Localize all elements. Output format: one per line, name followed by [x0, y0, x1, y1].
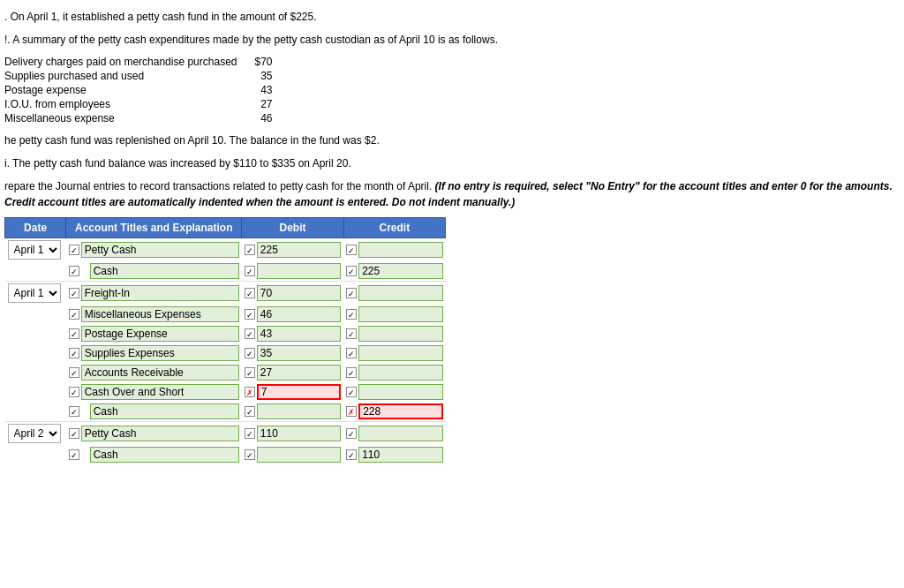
check-icon[interactable] [346, 245, 357, 255]
expense-amount: 35 [254, 69, 272, 83]
check-icon[interactable] [245, 406, 255, 417]
check-icon[interactable] [245, 348, 255, 358]
check-icon[interactable] [69, 309, 79, 320]
debit-cell [242, 422, 343, 446]
account-input[interactable] [90, 263, 239, 279]
debit-input[interactable] [257, 285, 341, 301]
debit-input[interactable] [257, 263, 341, 279]
check-icon[interactable] [245, 266, 255, 276]
date-cell [5, 402, 66, 422]
credit-input[interactable] [358, 345, 442, 361]
credit-cell [343, 402, 445, 422]
check-icon[interactable] [69, 367, 79, 378]
account-cell [66, 402, 242, 422]
check-icon[interactable] [69, 245, 79, 255]
check-icon[interactable] [346, 348, 357, 358]
check-icon[interactable] [245, 328, 255, 339]
expense-amount: $70 [254, 55, 272, 69]
expense-row: Delivery charges paid on merchandise pur… [4, 55, 273, 69]
debit-input[interactable] [257, 242, 341, 258]
expense-row: Postage expense43 [4, 83, 273, 97]
account-input[interactable] [81, 242, 239, 258]
credit-input[interactable] [358, 242, 442, 258]
debit-input[interactable] [257, 384, 341, 400]
table-header-row: Date Account Titles and Explanation Debi… [5, 218, 446, 238]
credit-input[interactable] [358, 384, 442, 400]
debit-input[interactable] [257, 426, 341, 441]
debit-input[interactable] [257, 447, 341, 463]
debit-input[interactable] [257, 403, 341, 419]
credit-input[interactable] [358, 447, 442, 463]
check-icon[interactable] [69, 449, 79, 460]
account-input[interactable] [81, 365, 239, 381]
check-icon[interactable] [245, 428, 255, 439]
date-cell [5, 305, 66, 324]
check-icon[interactable] [245, 387, 255, 397]
account-cell [66, 382, 242, 402]
check-icon[interactable] [69, 266, 79, 276]
check-icon[interactable] [245, 367, 255, 378]
col-header-debit: Debit [242, 218, 343, 238]
check-icon[interactable] [69, 387, 79, 397]
credit-input[interactable] [358, 263, 442, 279]
table-row [5, 402, 446, 422]
check-icon[interactable] [69, 348, 79, 358]
credit-cell [343, 305, 445, 324]
check-icon[interactable] [69, 328, 79, 339]
col-header-date: Date [5, 218, 66, 238]
debit-input[interactable] [257, 326, 341, 342]
credit-input[interactable] [358, 365, 442, 381]
check-icon[interactable] [346, 428, 357, 439]
account-cell [66, 261, 242, 282]
account-input[interactable] [81, 384, 239, 400]
check-icon[interactable] [69, 406, 79, 417]
check-icon[interactable] [346, 266, 357, 276]
check-icon[interactable] [346, 387, 357, 397]
account-cell [66, 305, 242, 324]
date-cell: April 20 [5, 422, 66, 446]
date-select[interactable]: April 1 [8, 240, 61, 260]
account-input[interactable] [81, 285, 239, 301]
account-input[interactable] [81, 326, 239, 342]
account-input[interactable] [90, 403, 239, 419]
check-icon[interactable] [245, 288, 255, 298]
debit-input[interactable] [257, 306, 341, 322]
debit-input[interactable] [257, 365, 341, 381]
credit-input[interactable] [358, 403, 442, 419]
check-icon[interactable] [346, 406, 357, 417]
debit-input[interactable] [257, 345, 341, 361]
account-input[interactable] [81, 306, 239, 322]
credit-input[interactable] [358, 306, 442, 322]
check-icon[interactable] [69, 428, 79, 439]
date-cell [5, 445, 66, 464]
credit-input[interactable] [358, 426, 442, 441]
check-icon[interactable] [245, 309, 255, 320]
check-icon[interactable] [245, 449, 255, 460]
credit-cell [343, 422, 445, 446]
expense-label: I.O.U. from employees [4, 97, 254, 111]
credit-cell [343, 238, 445, 262]
credit-input[interactable] [358, 285, 442, 301]
credit-input[interactable] [358, 326, 442, 342]
check-icon[interactable] [346, 367, 357, 378]
check-icon[interactable] [69, 288, 79, 298]
date-cell: April 1 [5, 238, 66, 262]
date-select[interactable]: April 20 [8, 424, 61, 443]
date-select[interactable]: April 10 [8, 283, 61, 303]
account-input[interactable] [90, 447, 239, 463]
debit-cell [242, 402, 343, 422]
check-icon[interactable] [245, 245, 255, 255]
debit-cell [242, 324, 343, 343]
account-input[interactable] [81, 345, 239, 361]
check-icon[interactable] [346, 328, 357, 339]
debit-cell [242, 282, 343, 305]
check-icon[interactable] [346, 309, 357, 320]
account-input[interactable] [81, 426, 239, 441]
followup-section: he petty cash fund was replenished on Ap… [4, 132, 900, 210]
date-cell: April 10 [5, 282, 66, 305]
table-row [5, 363, 446, 382]
account-cell [66, 343, 242, 363]
debit-cell [242, 305, 343, 324]
check-icon[interactable] [346, 449, 357, 460]
check-icon[interactable] [346, 288, 357, 298]
